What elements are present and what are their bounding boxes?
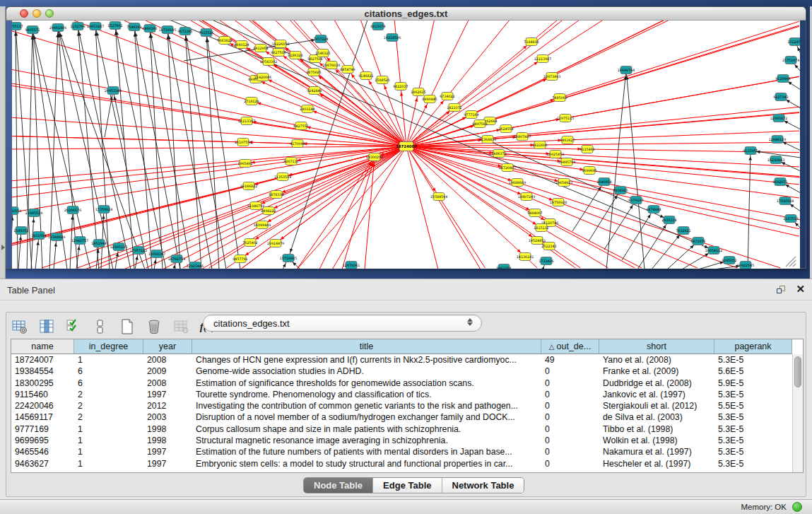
graph-node-selected[interactable]: 12213987 [534,55,551,63]
graph-node-unselected[interactable]: 1512476 [787,38,800,46]
graph-node-selected[interactable]: 8878334 [269,191,283,199]
tab-edge-table[interactable]: Edge Table [373,478,442,493]
graph-node-selected[interactable]: 7625402 [242,239,257,247]
graph-node-unselected[interactable]: 1733426 [539,257,553,265]
graph-node-selected[interactable]: 18107554 [235,139,252,146]
graph-node-selected[interactable]: 4170046 [290,140,305,148]
graph-node-selected[interactable]: 1588520 [375,76,389,84]
graph-node-unselected[interactable]: 16648794 [618,66,635,74]
column-header-pagerank[interactable]: pagerank [714,339,792,354]
column-display-icon[interactable] [37,317,56,336]
graph-node-selected[interactable]: 9699695 [582,167,596,175]
graph-node-unselected[interactable]: 9692071 [772,178,787,186]
graph-node-unselected[interactable]: 15751074 [782,57,799,64]
graph-node-unselected[interactable]: 9129966 [775,75,790,83]
graph-node-selected[interactable]: 14136141 [517,253,534,261]
graph-node-unselected[interactable]: 6466160 [142,25,157,33]
graph-node-selected[interactable]: 8427552 [293,122,308,130]
graph-node-selected[interactable]: 9463627 [560,136,575,144]
graph-node-unselected[interactable]: 9405571 [25,26,40,34]
graph-node-unselected[interactable]: 20206576 [64,206,81,214]
graph-node-unselected[interactable]: 10922545 [737,262,754,269]
graph-node-selected[interactable]: 10025458 [547,151,564,158]
citation-network-graph[interactable]: 1872400718300295205513794055712069140611… [12,21,800,269]
vertical-scrollbar[interactable] [792,354,803,472]
graph-node-unselected[interactable]: 10653287 [87,23,104,30]
graph-node-unselected[interactable]: 3931594 [31,232,46,240]
graph-node-unselected[interactable]: 17016504 [777,197,794,205]
graph-node-selected[interactable]: 20676038 [323,62,340,69]
table-row[interactable]: 1872400712008Changes of HCN gene express… [11,354,792,366]
graph-node-selected[interactable]: 19524851 [529,237,546,245]
graph-node-selected[interactable]: 19756928 [550,199,567,206]
graph-node-selected[interactable]: 19166822 [240,182,257,190]
graph-node-unselected[interactable]: 7957224 [313,35,328,43]
graph-node-selected[interactable]: 10807487 [514,133,531,141]
graph-node-unselected[interactable]: 6379197 [628,197,643,204]
table-row[interactable]: 1938455462009Genome-wide association stu… [11,366,792,377]
graph-node-selected[interactable]: 8660124 [234,41,249,49]
column-header-in_degree[interactable]: in_degree [74,339,143,354]
network-canvas[interactable]: 1872400718300295205513794055712069140611… [12,21,800,269]
graph-node-selected[interactable]: 1421072 [447,104,461,112]
table-row[interactable]: 1456911722003Disruption of a novel membe… [11,411,792,423]
graph-node-selected[interactable]: 1624554 [498,125,513,133]
graph-node-selected[interactable]: 21364436 [479,136,496,144]
graph-node-unselected[interactable]: 1152766 [70,23,85,30]
graph-node-selected[interactable]: 16720407 [499,164,516,172]
delete-table-icon[interactable] [145,317,163,336]
tab-network-table[interactable]: Network Table [442,478,524,493]
graph-node-selected[interactable]: 12975115 [557,115,574,122]
graph-node-unselected[interactable]: 7632621 [676,227,690,235]
select-rows-icon[interactable] [64,317,83,336]
graph-node-unselected[interactable]: 9474444 [646,206,661,214]
graph-node-unselected[interactable]: 1167533 [783,215,798,223]
graph-node-selected[interactable]: 15584594 [430,193,447,201]
graph-node-selected[interactable]: 9822037 [393,83,408,90]
graph-node-unselected[interactable]: 25260550 [12,207,21,215]
graph-node-selected[interactable]: 8912954 [253,45,268,52]
graph-node-unselected[interactable]: 17359924 [95,206,112,214]
table-row[interactable]: 1830029562008Estimation of significance … [11,378,792,389]
float-panel-icon[interactable] [777,286,787,295]
graph-node-selected[interactable]: 2718129 [244,98,259,105]
graph-node-selected[interactable]: 2803144 [300,105,314,113]
table-row[interactable]: 969969511998Structural magnetic resonanc… [11,435,792,446]
graph-node-selected[interactable]: 9457791 [233,255,247,263]
graph-node-unselected[interactable]: 2935114 [661,216,676,224]
table-row[interactable]: 911546021997Tourette syndrome. Phenomeno… [11,389,792,400]
column-header-short[interactable]: short [599,339,714,354]
table-select-dropdown[interactable]: citations_edges.txt [203,315,482,332]
memory-ok-indicator[interactable] [792,502,802,512]
graph-node-unselected[interactable]: 2055137 [12,23,23,30]
graph-node-unselected[interactable]: 1527602 [107,22,122,30]
import-table-icon[interactable] [172,317,190,336]
graph-node-selected[interactable]: 9827509 [271,49,286,57]
graph-node-selected[interactable]: 12213387 [238,117,255,125]
graph-node-selected[interactable]: 1621600 [532,141,547,149]
graph-node-selected[interactable]: 7486372 [491,150,506,158]
graph-node-selected[interactable]: 7663822 [217,37,232,45]
graph-node-unselected[interactable]: 1451944 [91,240,106,247]
graph-node-selected[interactable]: 9484067 [527,209,542,217]
graph-node-selected[interactable]: 6734022 [440,93,454,100]
graph-node-unselected[interactable]: 12942757 [71,237,88,245]
graph-node-unselected[interactable]: 7546160 [126,23,141,31]
graph-node-unselected[interactable]: 8813074 [370,23,385,30]
graph-node-unselected[interactable]: 9462354 [496,264,511,269]
graph-node-unselected[interactable]: 1640954 [596,178,611,186]
graph-node-selected[interactable]: 8498222 [261,207,276,215]
column-header-title[interactable]: title [192,339,541,354]
scrollbar-thumb[interactable] [794,356,801,387]
graph-node-unselected[interactable]: 12678361 [343,262,360,269]
graph-node-unselected[interactable]: 1585051 [13,227,28,235]
table-row[interactable]: 946554611997Estimation of the future num… [11,446,792,457]
tab-node-table[interactable]: Node Table [304,478,373,493]
table-row[interactable]: 2242004622012Investigating the contribut… [11,400,792,411]
table-row[interactable]: 977716911998Corpus callosum shape and si… [11,424,792,435]
graph-node-unselected[interactable]: 20691406 [49,24,66,32]
graph-node-selected[interactable]: 8186328 [288,52,302,59]
graph-node-unselected[interactable]: 9245052 [722,257,736,264]
graph-node-selected[interactable]: 6497568 [472,120,487,128]
row-height-icon[interactable] [91,317,110,336]
